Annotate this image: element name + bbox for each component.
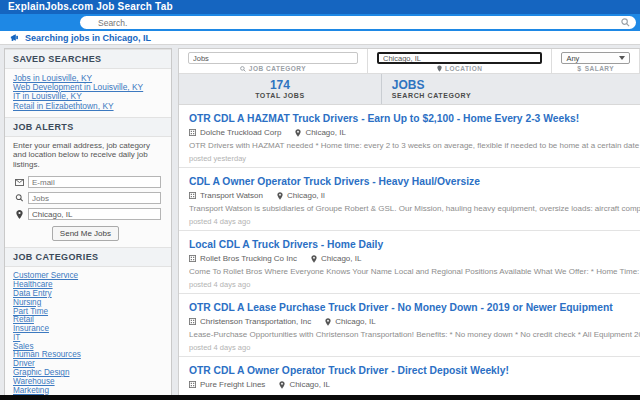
- company-icon: [189, 255, 196, 262]
- location-pin-icon: [437, 65, 442, 72]
- saved-searches-header: SAVED SEARCHES: [5, 49, 171, 69]
- job-title-link[interactable]: OTR CDL A HAZMAT Truck Drivers - Earn Up…: [189, 113, 640, 124]
- job-location: Chicago, IL: [305, 128, 345, 137]
- company-icon: [189, 192, 196, 199]
- search-icon: [240, 66, 246, 72]
- megaphone-icon: [10, 33, 20, 42]
- status-text: Searching jobs in Chicago, IL: [25, 33, 151, 43]
- company-icon: [189, 318, 196, 325]
- dollar-icon: $: [577, 65, 581, 72]
- saved-search-link[interactable]: Retail in Elizabethtown, KY: [13, 102, 163, 111]
- saved-searches-list: Jobs in Louisville, KY Web Development i…: [5, 69, 171, 117]
- location-pin-icon: [311, 255, 317, 263]
- category-link[interactable]: Graphic Design: [13, 369, 163, 378]
- total-jobs-label: TOTAL JOBS: [255, 92, 305, 99]
- job-location: Chicago, Il: [287, 191, 325, 200]
- location-pin-icon: [15, 210, 24, 219]
- job-description: OTR Drivers with HAZMAT needed * Home ti…: [189, 141, 640, 150]
- job-listing: Local CDL A Truck Drivers - Home Daily R…: [179, 231, 640, 294]
- job-title-link[interactable]: CDL A Owner Operator Truck Drivers - Hea…: [189, 176, 640, 187]
- job-listing: OTR CDL A HAZMAT Truck Drivers - Earn Up…: [179, 105, 640, 168]
- location-pin-icon: [295, 129, 301, 137]
- job-posted: posted 4 days ago: [189, 343, 640, 352]
- category-link[interactable]: Sales: [13, 343, 163, 352]
- filter-salary: Any $ SALARY: [552, 49, 640, 73]
- saved-search-link[interactable]: Web Development in Louisville, KY: [13, 83, 163, 92]
- email-field-row: [5, 174, 171, 190]
- filter-job-category-label: JOB CATEGORY: [188, 65, 358, 72]
- filter-job-category-input[interactable]: [188, 52, 358, 64]
- filter-location-input[interactable]: [377, 52, 542, 64]
- jobs-field-row: [5, 190, 171, 206]
- window-titlebar: ExplainJobs.com Job Search Tab: [0, 0, 640, 14]
- company-icon: [189, 129, 196, 136]
- job-categories-list: Customer Service Healthcare Data Entry N…: [5, 267, 171, 396]
- filter-job-category: JOB CATEGORY: [179, 49, 368, 73]
- category-link[interactable]: Customer Service: [13, 272, 163, 281]
- category-link[interactable]: Healthcare: [13, 281, 163, 290]
- saved-search-link[interactable]: IT in Louisville, KY: [13, 92, 163, 101]
- job-title-link[interactable]: OTR CDL A Lease Purchase Truck Driver - …: [189, 302, 640, 313]
- category-link[interactable]: Nursing: [13, 299, 163, 308]
- location-pin-icon: [277, 192, 283, 200]
- job-company: Pure Freight Lines: [200, 380, 265, 389]
- job-description: Transport Watson is subsidiaries of Grou…: [189, 204, 640, 213]
- company-icon: [189, 381, 196, 388]
- job-posted: posted 4 days ago: [189, 217, 640, 226]
- category-link[interactable]: IT: [13, 334, 163, 343]
- page-content: SAVED SEARCHES Jobs in Louisville, KY We…: [0, 45, 640, 396]
- search-icon: [15, 194, 24, 202]
- location-field[interactable]: [28, 208, 161, 220]
- job-listing: OTR CDL A Owner Operator Truck Driver - …: [179, 357, 640, 396]
- chevron-down-icon: [619, 56, 625, 60]
- job-title-link[interactable]: Local CDL A Truck Drivers - Home Daily: [189, 239, 640, 250]
- job-categories-header: JOB CATEGORIES: [5, 247, 171, 267]
- search-category-label: SEARCH CATEGORY: [392, 92, 471, 99]
- job-list: OTR CDL A HAZMAT Truck Drivers - Earn Up…: [179, 105, 640, 396]
- job-posted: posted yesterday: [189, 154, 640, 163]
- job-description: Lease-Purchase Opportunities with Christ…: [189, 330, 640, 339]
- category-link[interactable]: Part Time: [13, 308, 163, 317]
- job-listing: OTR CDL A Lease Purchase Truck Driver - …: [179, 294, 640, 357]
- stat-search-category: JOBS SEARCH CATEGORY: [382, 74, 640, 104]
- browser-search-bar: [0, 14, 640, 31]
- category-link[interactable]: Warehouse: [13, 378, 163, 387]
- category-link[interactable]: Data Entry: [13, 290, 163, 299]
- browser-search-input[interactable]: [98, 18, 621, 28]
- salary-select[interactable]: Any: [561, 52, 630, 64]
- stats-row: 174 TOTAL JOBS JOBS SEARCH CATEGORY: [179, 74, 640, 105]
- jobs-field[interactable]: [28, 192, 161, 204]
- email-field[interactable]: [28, 176, 161, 188]
- filter-location: LOCATION: [368, 49, 552, 73]
- job-title-link[interactable]: OTR CDL A Owner Operator Truck Driver - …: [189, 365, 640, 376]
- job-listing: CDL A Owner Operator Truck Drivers - Hea…: [179, 168, 640, 231]
- job-description: Come To Rollet Bros Where Everyone Knows…: [189, 267, 640, 276]
- category-link[interactable]: Insurance: [13, 325, 163, 334]
- browser-search-pill[interactable]: [80, 16, 636, 29]
- category-link[interactable]: Retail: [13, 316, 163, 325]
- envelope-icon: [15, 179, 24, 186]
- location-field-row: [5, 206, 171, 222]
- job-location: Chicago, IL: [335, 317, 375, 326]
- location-pin-icon: [279, 381, 285, 389]
- category-link[interactable]: Human Resources: [13, 351, 163, 360]
- location-pin-icon: [325, 318, 331, 326]
- job-company: Dolche Truckload Corp: [200, 128, 281, 137]
- send-me-jobs-button[interactable]: Send Me Jobs: [52, 226, 119, 241]
- filter-salary-label: $ SALARY: [561, 65, 630, 72]
- search-icon[interactable]: [621, 18, 630, 27]
- saved-search-link[interactable]: Jobs in Louisville, KY: [13, 74, 163, 83]
- window-title: ExplainJobs.com Job Search Tab: [8, 1, 173, 12]
- job-alerts-header: JOB ALERTS: [5, 117, 171, 137]
- filter-bar: JOB CATEGORY LOCATION Any $: [179, 49, 640, 74]
- job-company: Rollet Bros Trucking Co Inc: [200, 254, 297, 263]
- filter-location-label: LOCATION: [377, 65, 542, 72]
- main-panel: JOB CATEGORY LOCATION Any $: [178, 48, 640, 396]
- job-location: Chicago, IL: [321, 254, 361, 263]
- search-category-value: JOBS: [392, 79, 425, 92]
- bottom-black-bar: [0, 395, 640, 400]
- category-link[interactable]: Driver: [13, 360, 163, 369]
- job-posted: posted 4 days ago: [189, 280, 640, 289]
- job-company: Christenson Transportation, Inc: [200, 317, 311, 326]
- status-row: Searching jobs in Chicago, IL: [0, 31, 640, 45]
